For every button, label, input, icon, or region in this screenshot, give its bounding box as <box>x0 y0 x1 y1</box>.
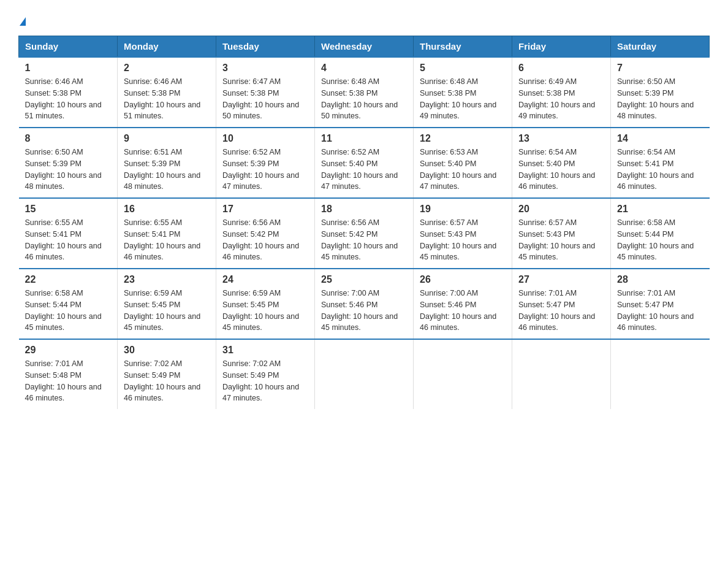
day-info: Sunrise: 6:48 AM Sunset: 5:38 PM Dayligh… <box>420 76 506 122</box>
sunrise-label: Sunrise: 6:58 AM <box>617 218 675 227</box>
header-day-friday: Friday <box>512 36 611 58</box>
day-number: 19 <box>420 204 506 215</box>
day-info: Sunrise: 6:50 AM Sunset: 5:39 PM Dayligh… <box>617 76 703 122</box>
sunset-label: Sunset: 5:45 PM <box>222 301 279 309</box>
day-cell: 28 Sunrise: 7:01 AM Sunset: 5:47 PM Dayl… <box>611 269 710 339</box>
day-cell: 2 Sunrise: 6:46 AM Sunset: 5:38 PM Dayli… <box>118 57 216 128</box>
day-info: Sunrise: 7:01 AM Sunset: 5:47 PM Dayligh… <box>617 288 703 334</box>
daylight-label: Daylight: 10 hours and 46 minutes. <box>222 242 299 262</box>
day-number: 29 <box>25 345 112 356</box>
logo <box>18 12 26 29</box>
day-number: 15 <box>25 204 112 215</box>
sunrise-label: Sunrise: 6:59 AM <box>222 289 281 297</box>
sunset-label: Sunset: 5:46 PM <box>321 301 377 309</box>
sunrise-label: Sunrise: 7:02 AM <box>222 359 281 368</box>
day-cell: 10 Sunrise: 6:52 AM Sunset: 5:39 PM Dayl… <box>216 128 315 198</box>
sunrise-label: Sunrise: 7:02 AM <box>124 359 182 368</box>
day-cell: 15 Sunrise: 6:55 AM Sunset: 5:41 PM Dayl… <box>19 198 118 269</box>
day-cell <box>611 339 710 409</box>
day-number: 12 <box>420 133 506 144</box>
day-info: Sunrise: 6:54 AM Sunset: 5:40 PM Dayligh… <box>518 147 604 193</box>
daylight-label: Daylight: 10 hours and 47 minutes. <box>420 171 496 191</box>
day-number: 28 <box>617 274 703 285</box>
daylight-label: Daylight: 10 hours and 45 minutes. <box>420 242 496 262</box>
sunrise-label: Sunrise: 6:52 AM <box>321 148 379 156</box>
day-info: Sunrise: 6:46 AM Sunset: 5:38 PM Dayligh… <box>25 76 112 122</box>
day-cell: 6 Sunrise: 6:49 AM Sunset: 5:38 PM Dayli… <box>512 57 611 128</box>
day-info: Sunrise: 6:57 AM Sunset: 5:43 PM Dayligh… <box>518 217 604 263</box>
daylight-label: Daylight: 10 hours and 46 minutes. <box>124 383 200 403</box>
day-info: Sunrise: 7:00 AM Sunset: 5:46 PM Dayligh… <box>420 288 506 334</box>
daylight-label: Daylight: 10 hours and 48 minutes. <box>617 101 694 121</box>
day-number: 11 <box>321 133 407 144</box>
day-number: 2 <box>124 63 210 74</box>
day-info: Sunrise: 6:54 AM Sunset: 5:41 PM Dayligh… <box>617 147 703 193</box>
day-cell: 25 Sunrise: 7:00 AM Sunset: 5:46 PM Dayl… <box>315 269 414 339</box>
sunrise-label: Sunrise: 6:54 AM <box>518 148 577 156</box>
day-cell: 12 Sunrise: 6:53 AM Sunset: 5:40 PM Dayl… <box>414 128 512 198</box>
header-row: SundayMondayTuesdayWednesdayThursdayFrid… <box>19 36 710 58</box>
week-row-1: 1 Sunrise: 6:46 AM Sunset: 5:38 PM Dayli… <box>19 57 710 128</box>
sunrise-label: Sunrise: 7:00 AM <box>321 289 379 297</box>
daylight-label: Daylight: 10 hours and 46 minutes. <box>518 171 595 191</box>
sunrise-label: Sunrise: 6:55 AM <box>124 218 182 227</box>
daylight-label: Daylight: 10 hours and 47 minutes. <box>222 383 299 403</box>
day-number: 13 <box>518 133 604 144</box>
day-number: 10 <box>222 133 308 144</box>
sunset-label: Sunset: 5:45 PM <box>124 301 180 309</box>
day-cell: 1 Sunrise: 6:46 AM Sunset: 5:38 PM Dayli… <box>19 57 118 128</box>
day-cell: 18 Sunrise: 6:56 AM Sunset: 5:42 PM Dayl… <box>315 198 414 269</box>
sunrise-label: Sunrise: 6:57 AM <box>420 218 478 227</box>
day-info: Sunrise: 6:59 AM Sunset: 5:45 PM Dayligh… <box>222 288 308 334</box>
header-day-saturday: Saturday <box>611 36 710 58</box>
daylight-label: Daylight: 10 hours and 46 minutes. <box>25 383 102 403</box>
day-cell: 9 Sunrise: 6:51 AM Sunset: 5:39 PM Dayli… <box>118 128 216 198</box>
day-cell: 7 Sunrise: 6:50 AM Sunset: 5:39 PM Dayli… <box>611 57 710 128</box>
day-number: 1 <box>25 63 112 74</box>
day-cell: 22 Sunrise: 6:58 AM Sunset: 5:44 PM Dayl… <box>19 269 118 339</box>
day-info: Sunrise: 6:58 AM Sunset: 5:44 PM Dayligh… <box>617 217 703 263</box>
logo-text <box>18 12 26 29</box>
daylight-label: Daylight: 10 hours and 46 minutes. <box>617 312 694 332</box>
day-cell: 21 Sunrise: 6:58 AM Sunset: 5:44 PM Dayl… <box>611 198 710 269</box>
day-info: Sunrise: 6:56 AM Sunset: 5:42 PM Dayligh… <box>222 217 308 263</box>
sunset-label: Sunset: 5:44 PM <box>617 230 673 239</box>
week-row-5: 29 Sunrise: 7:01 AM Sunset: 5:48 PM Dayl… <box>19 339 710 409</box>
day-number: 7 <box>617 63 703 74</box>
sunset-label: Sunset: 5:38 PM <box>124 89 180 98</box>
sunset-label: Sunset: 5:38 PM <box>518 89 575 98</box>
sunset-label: Sunset: 5:38 PM <box>25 89 82 98</box>
day-cell: 31 Sunrise: 7:02 AM Sunset: 5:49 PM Dayl… <box>216 339 315 409</box>
day-number: 21 <box>617 204 703 215</box>
sunset-label: Sunset: 5:39 PM <box>617 89 673 98</box>
header-day-thursday: Thursday <box>414 36 512 58</box>
header-day-wednesday: Wednesday <box>315 36 414 58</box>
daylight-label: Daylight: 10 hours and 47 minutes. <box>321 171 398 191</box>
sunrise-label: Sunrise: 6:53 AM <box>420 148 478 156</box>
day-info: Sunrise: 6:57 AM Sunset: 5:43 PM Dayligh… <box>420 217 506 263</box>
day-cell: 4 Sunrise: 6:48 AM Sunset: 5:38 PM Dayli… <box>315 57 414 128</box>
daylight-label: Daylight: 10 hours and 50 minutes. <box>222 101 299 121</box>
sunrise-label: Sunrise: 6:58 AM <box>25 289 83 297</box>
sunset-label: Sunset: 5:41 PM <box>617 159 673 168</box>
sunrise-label: Sunrise: 6:56 AM <box>321 218 379 227</box>
day-cell <box>315 339 414 409</box>
sunrise-label: Sunrise: 6:51 AM <box>124 148 182 156</box>
sunrise-label: Sunrise: 6:56 AM <box>222 218 281 227</box>
day-cell: 30 Sunrise: 7:02 AM Sunset: 5:49 PM Dayl… <box>118 339 216 409</box>
sunset-label: Sunset: 5:38 PM <box>420 89 476 98</box>
daylight-label: Daylight: 10 hours and 46 minutes. <box>25 242 102 262</box>
day-number: 27 <box>518 274 604 285</box>
header-day-sunday: Sunday <box>19 36 118 58</box>
day-cell: 11 Sunrise: 6:52 AM Sunset: 5:40 PM Dayl… <box>315 128 414 198</box>
sunset-label: Sunset: 5:48 PM <box>25 371 82 380</box>
sunset-label: Sunset: 5:38 PM <box>321 89 377 98</box>
daylight-label: Daylight: 10 hours and 46 minutes. <box>518 312 595 332</box>
day-info: Sunrise: 7:02 AM Sunset: 5:49 PM Dayligh… <box>124 358 210 404</box>
header <box>18 12 710 29</box>
day-cell: 17 Sunrise: 6:56 AM Sunset: 5:42 PM Dayl… <box>216 198 315 269</box>
day-cell: 20 Sunrise: 6:57 AM Sunset: 5:43 PM Dayl… <box>512 198 611 269</box>
day-info: Sunrise: 6:49 AM Sunset: 5:38 PM Dayligh… <box>518 76 604 122</box>
day-info: Sunrise: 6:51 AM Sunset: 5:39 PM Dayligh… <box>124 147 210 193</box>
week-row-4: 22 Sunrise: 6:58 AM Sunset: 5:44 PM Dayl… <box>19 269 710 339</box>
